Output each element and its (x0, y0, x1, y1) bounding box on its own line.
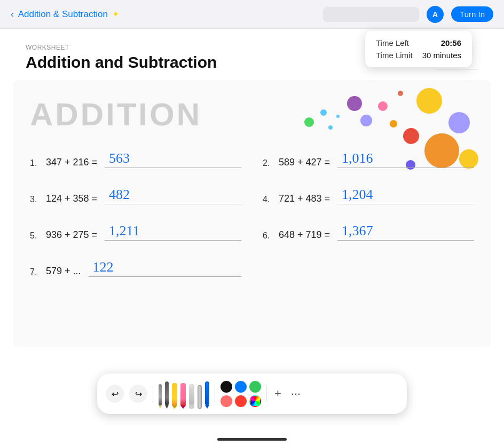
search-bar[interactable] (323, 7, 419, 22)
answer-area[interactable]: 1,016 (337, 149, 474, 168)
more-options-button[interactable]: ··· (289, 387, 303, 401)
color-swatch-red-light[interactable] (220, 395, 232, 407)
worksheet-body: ADDITION 1.347 + 216 =5632.589 + 427 =1,… (13, 80, 491, 347)
pencil-tool[interactable] (159, 384, 162, 409)
toolbar-divider-1 (153, 385, 153, 402)
time-limit-row: Time Limit 30 minutes (376, 51, 461, 60)
color-swatch-blue[interactable] (235, 381, 247, 393)
handwritten-answer: 122 (93, 259, 114, 275)
redo-icon: ↪ (135, 389, 142, 399)
problem-equation: 648 + 719 = (279, 229, 330, 241)
color-swatch-green[interactable] (249, 381, 261, 393)
ruler-tool[interactable] (198, 385, 202, 409)
back-button[interactable]: ‹ (11, 9, 14, 20)
undo-button[interactable]: ↩ (106, 385, 124, 403)
handwritten-answer: 1,367 (342, 223, 373, 239)
problem-row: 2.589 + 427 =1,016 (263, 149, 474, 168)
decorative-circle (398, 91, 403, 96)
problem-number: 2. (263, 158, 274, 168)
problem-number: 5. (30, 231, 42, 241)
top-bar-left: ‹ Addition & Subtraction ✦ (11, 9, 119, 20)
answer-area[interactable]: 1,211 (105, 221, 241, 241)
time-left-label: Time Left (376, 38, 409, 47)
problem-row: 1.347 + 216 =563 (30, 149, 241, 168)
answer-area[interactable]: 122 (89, 258, 241, 277)
worksheet-title: Addition and Subtraction (26, 53, 217, 71)
time-limit-value: 30 minutes (422, 51, 461, 60)
marker-yellow-tool[interactable] (172, 383, 177, 409)
problem-equation: 721 + 483 = (279, 193, 330, 204)
handwritten-answer: 1,211 (109, 223, 140, 239)
handwritten-answer: 482 (109, 187, 130, 203)
problem-row: 6.648 + 719 =1,367 (263, 221, 474, 241)
problem-equation: 347 + 216 = (46, 157, 97, 168)
color-swatches (220, 381, 261, 407)
problem-number: 1. (30, 158, 42, 168)
top-bar: ‹ Addition & Subtraction ✦ A Turn In (0, 0, 504, 29)
problem-number: 4. (263, 195, 274, 204)
content-area: WORKSHEET Addition and Subtraction NAME:… (0, 29, 504, 446)
marker-pink-tool[interactable] (180, 383, 186, 409)
problem-row: 3.124 + 358 =482 (30, 185, 241, 204)
color-swatch-multicolor[interactable] (249, 395, 261, 407)
eraser-tool[interactable] (189, 384, 194, 409)
pen-tool[interactable] (165, 381, 169, 409)
problem-row: 5.936 + 275 =1,211 (30, 221, 241, 241)
problem-equation: 124 + 358 = (46, 193, 97, 204)
pen-tools-group (159, 379, 209, 409)
toolbar-divider-3 (266, 385, 267, 402)
top-bar-right: A Turn In (323, 6, 493, 23)
time-left-value: 20:56 (441, 38, 461, 47)
add-color-button[interactable]: + (272, 387, 284, 401)
sparkle-icon: ✦ (112, 9, 119, 19)
problem-number: 7. (30, 267, 42, 277)
color-swatch-red[interactable] (235, 395, 247, 407)
redo-button[interactable]: ↪ (129, 385, 147, 403)
problem-row: 7.579 + ...122 (30, 258, 241, 277)
time-left-row: Time Left 20:56 (376, 38, 461, 47)
problem-row: 4.721 + 483 =1,204 (263, 185, 474, 204)
problem-number: 3. (30, 195, 42, 204)
time-popup: Time Left 20:56 Time Limit 30 minutes (365, 31, 472, 67)
drawing-toolbar: ↩ ↪ (97, 373, 407, 414)
undo-icon: ↩ (112, 389, 119, 399)
toolbar-divider-2 (215, 385, 215, 402)
problem-equation: 579 + ... (46, 266, 81, 277)
document-title: Addition & Subtraction (18, 9, 108, 20)
color-swatch-black[interactable] (220, 381, 232, 393)
avatar[interactable]: A (427, 6, 444, 23)
answer-area[interactable]: 1,367 (337, 221, 474, 241)
turn-in-button[interactable]: Turn In (451, 6, 493, 22)
problem-equation: 589 + 427 = (279, 157, 330, 168)
answer-area[interactable]: 482 (105, 185, 241, 204)
problems-grid: 1.347 + 216 =5632.589 + 427 =1,0163.124 … (30, 149, 474, 294)
handwritten-answer: 563 (109, 150, 130, 166)
problem-equation: 936 + 275 = (46, 229, 97, 241)
fine-pen-tool[interactable] (205, 381, 209, 409)
answer-area[interactable]: 563 (105, 149, 241, 168)
answer-area[interactable]: 1,204 (337, 185, 474, 204)
home-indicator (217, 438, 287, 441)
handwritten-answer: 1,016 (342, 150, 373, 166)
problem-number: 6. (263, 231, 274, 241)
addition-watermark: ADDITION (30, 96, 474, 133)
handwritten-answer: 1,204 (342, 187, 373, 203)
time-limit-label: Time Limit (376, 51, 413, 60)
